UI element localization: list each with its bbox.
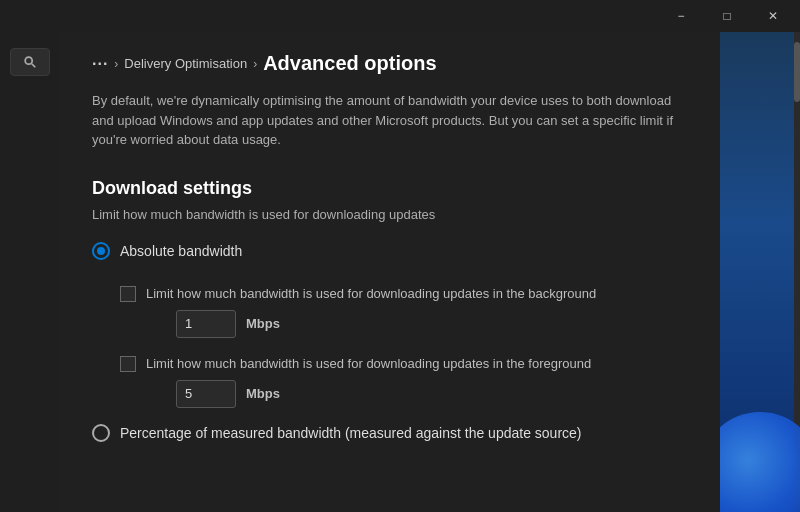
breadcrumb-delivery-link[interactable]: Delivery Optimisation: [124, 56, 247, 71]
close-button[interactable]: ✕: [750, 0, 796, 32]
radio-group: Absolute bandwidth Limit how much bandwi…: [92, 242, 688, 442]
blue-circle-decoration: [720, 412, 800, 512]
background-mbps-input[interactable]: [176, 310, 236, 338]
checkbox-background[interactable]: [120, 286, 136, 302]
breadcrumb: ··· › Delivery Optimisation › Advanced o…: [92, 32, 688, 91]
checkbox-foreground[interactable]: [120, 356, 136, 372]
app-body: ··· › Delivery Optimisation › Advanced o…: [0, 32, 800, 512]
checkbox-foreground-row: Limit how much bandwidth is used for dow…: [120, 356, 688, 412]
breadcrumb-dots[interactable]: ···: [92, 55, 108, 73]
checkbox-group: Limit how much bandwidth is used for dow…: [120, 286, 688, 412]
title-bar: − □ ✕: [0, 0, 800, 32]
radio-percentage-label: Percentage of measured bandwidth (measur…: [120, 425, 582, 441]
background-input-row: Mbps: [176, 310, 688, 338]
checkbox-background-label: Limit how much bandwidth is used for dow…: [146, 286, 596, 301]
page-description: By default, we're dynamically optimising…: [92, 91, 688, 150]
breadcrumb-current: Advanced options: [263, 52, 436, 75]
checkbox-background-row: Limit how much bandwidth is used for dow…: [120, 286, 688, 342]
main-content: ··· › Delivery Optimisation › Advanced o…: [60, 32, 720, 512]
download-settings-title: Download settings: [92, 178, 688, 199]
search-icon: [23, 55, 37, 69]
maximize-button[interactable]: □: [704, 0, 750, 32]
foreground-mbps-input[interactable]: [176, 380, 236, 408]
right-accent-panel: [720, 32, 800, 512]
svg-point-0: [25, 57, 32, 64]
background-mbps-label: Mbps: [246, 316, 280, 331]
minimize-button[interactable]: −: [658, 0, 704, 32]
breadcrumb-chevron-2: ›: [253, 57, 257, 71]
foreground-mbps-label: Mbps: [246, 386, 280, 401]
radio-absolute-label: Absolute bandwidth: [120, 243, 242, 259]
radio-percentage-indicator: [92, 424, 110, 442]
radio-absolute-indicator: [92, 242, 110, 260]
radio-absolute-bandwidth[interactable]: Absolute bandwidth: [92, 242, 688, 260]
search-button[interactable]: [10, 48, 50, 76]
breadcrumb-chevron-1: ›: [114, 57, 118, 71]
checkbox-foreground-label: Limit how much bandwidth is used for dow…: [146, 356, 591, 371]
download-settings-section: Download settings Limit how much bandwid…: [92, 178, 688, 442]
svg-line-1: [32, 64, 36, 68]
scrollbar-thumb: [794, 42, 800, 102]
radio-percentage-bandwidth[interactable]: Percentage of measured bandwidth (measur…: [92, 424, 688, 442]
sidebar: [0, 32, 60, 512]
download-settings-subtitle: Limit how much bandwidth is used for dow…: [92, 207, 688, 222]
foreground-input-row: Mbps: [176, 380, 688, 408]
